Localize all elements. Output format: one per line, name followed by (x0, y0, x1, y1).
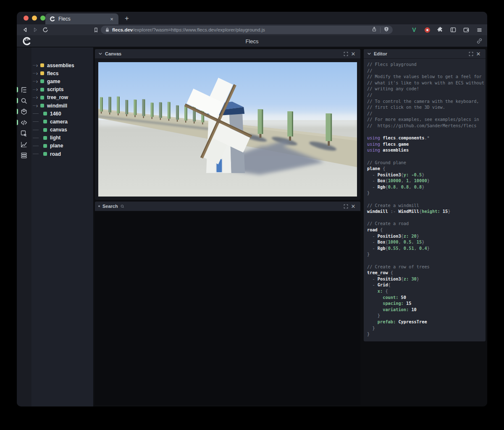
new-tab-button[interactable]: + (122, 13, 132, 24)
canvas-fullscreen-button[interactable] (342, 50, 349, 58)
entity-color-swatch (43, 112, 47, 115)
reload-button[interactable] (40, 25, 50, 34)
code-line: tree_row { (367, 270, 486, 276)
search-close-button[interactable]: ✕ (349, 202, 357, 210)
close-window-button[interactable] (24, 16, 29, 21)
tab-close-button[interactable]: × (108, 16, 115, 22)
tree-item[interactable]: › assemblies (32, 61, 93, 69)
code-line: // https://github.com/SanderMertens/flec… (367, 123, 486, 129)
menu-button[interactable] (475, 25, 484, 34)
tree-item[interactable]: › game (32, 77, 93, 85)
tree-item[interactable]: › 1460 (32, 110, 93, 118)
chevron-right-icon[interactable]: › (36, 104, 39, 108)
code-line: } (367, 325, 486, 331)
active-indicator (17, 87, 18, 92)
collapse-chevron-icon[interactable] (367, 52, 371, 56)
entity-color-swatch (40, 63, 44, 67)
wallet-icon (463, 26, 470, 33)
code-line: x: { (367, 288, 486, 294)
adblock-extension-button[interactable] (423, 25, 432, 34)
activity-bar (17, 47, 32, 406)
activity-stats-button[interactable] (17, 139, 32, 150)
back-button[interactable] (20, 25, 30, 34)
entity-label: light (50, 135, 60, 141)
activity-entity-tree-button[interactable] (17, 84, 32, 95)
minimize-window-button[interactable] (32, 16, 37, 21)
code-line: // Create a windmill (367, 202, 486, 209)
tree-item[interactable]: › road (32, 150, 93, 158)
entity-color-swatch (40, 71, 44, 75)
bookmark-button[interactable] (91, 25, 101, 34)
tree-connector (33, 138, 39, 138)
app-header: Flecs (17, 35, 487, 47)
search-panel-title: Search (102, 204, 118, 209)
wallet-button[interactable] (462, 25, 471, 34)
sidebar-toggle-button[interactable] (449, 25, 458, 34)
tree-item[interactable]: › plane (32, 142, 93, 150)
code-line: // (367, 92, 486, 98)
activity-queries-button[interactable] (17, 150, 32, 161)
tree-item[interactable]: › light (32, 134, 93, 142)
search-fullscreen-button[interactable] (342, 202, 349, 210)
entity-label: canvas (50, 127, 67, 133)
editor-panel-header[interactable]: Editor ✕ (364, 49, 486, 59)
collapse-chevron-icon[interactable] (98, 52, 102, 56)
code-line (367, 215, 486, 221)
activity-code-button[interactable] (17, 117, 32, 128)
flecs-favicon (50, 16, 55, 22)
brave-shields-button[interactable] (383, 26, 389, 34)
editor-panel-title: Editor (374, 51, 387, 56)
entity-label: flecs (47, 71, 58, 76)
forward-button[interactable] (30, 25, 40, 34)
code-line: // what it's like to work with an ECS wi… (367, 80, 486, 86)
search-panel-header[interactable]: Search ✕ (95, 202, 360, 211)
blade-hub (217, 119, 221, 123)
tree-connector (33, 121, 39, 122)
chevron-right-icon[interactable]: › (36, 63, 39, 68)
tree-item[interactable]: › scripts (32, 86, 93, 94)
vue-devtools-extension-button[interactable]: V (410, 25, 419, 34)
browser-tab[interactable]: Flecs × (45, 13, 118, 24)
entity-color-swatch (43, 128, 47, 132)
code-line: road { (367, 227, 486, 233)
code-line: } (367, 312, 486, 319)
share-link-button[interactable] (476, 37, 483, 46)
editor-fullscreen-button[interactable] (467, 50, 475, 58)
zoom-window-button[interactable] (40, 16, 45, 21)
cube-icon (20, 108, 28, 115)
tree-item[interactable]: › camera (32, 118, 93, 126)
entity-label: tree_row (47, 94, 68, 100)
entity-tree-icon (20, 86, 28, 94)
code-line: using flecs.components.* (367, 135, 486, 141)
search-panel-body[interactable] (95, 212, 360, 405)
entity-color-swatch (40, 104, 44, 108)
extensions-button[interactable] (436, 25, 445, 34)
chevron-right-icon[interactable]: › (36, 95, 39, 100)
share-button[interactable] (371, 26, 377, 34)
url-bar[interactable]: flecs.dev /explorer/?wasm=https://www.fl… (101, 26, 393, 34)
activity-search-button[interactable] (17, 95, 32, 106)
canvas-panel-header[interactable]: Canvas ✕ (95, 49, 360, 59)
tree-item[interactable]: › canvas (32, 126, 93, 134)
tree-item[interactable]: › windmill (32, 102, 93, 110)
editor-close-button[interactable]: ✕ (475, 50, 482, 58)
code-line: // first click on the 3D view. (367, 104, 486, 110)
code-line: - Grid{ (367, 282, 486, 288)
bookmark-icon (93, 27, 99, 33)
traffic-lights (24, 16, 45, 21)
tree-item[interactable]: › flecs (32, 69, 93, 77)
collapsed-dot-icon[interactable] (98, 205, 100, 207)
chevron-right-icon[interactable]: › (36, 87, 39, 92)
code-line: // Create a road (367, 220, 486, 227)
tree-item[interactable]: › tree_row (32, 94, 93, 102)
lock-icon (105, 27, 110, 32)
extensions-row: V (410, 24, 484, 35)
chevron-right-icon[interactable]: › (36, 79, 39, 84)
active-indicator (17, 120, 18, 125)
activity-inspector-button[interactable] (17, 128, 32, 139)
3d-viewport[interactable] (98, 62, 357, 197)
activity-entities-button[interactable] (17, 106, 32, 117)
canvas-close-button[interactable]: ✕ (349, 50, 357, 58)
editor-code[interactable]: // Flecs playground//// Modify the value… (364, 59, 486, 341)
chevron-right-icon[interactable]: › (36, 71, 39, 76)
